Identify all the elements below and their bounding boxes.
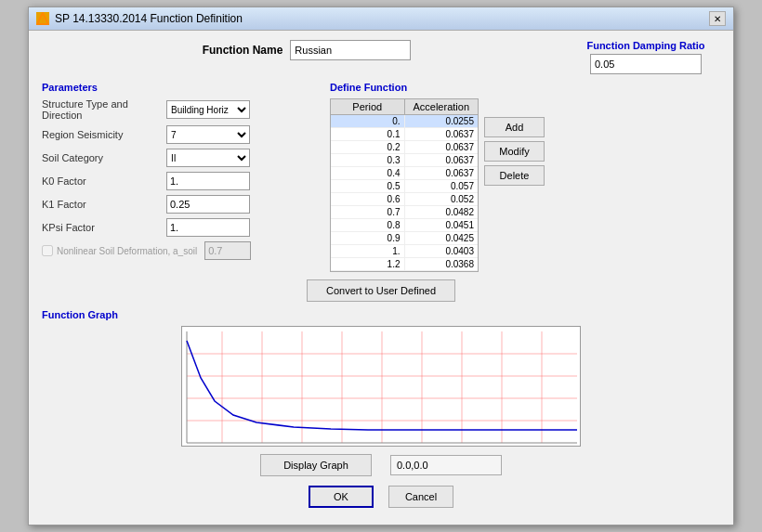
- accel-cell: 0.0637: [405, 141, 479, 153]
- period-cell: 0.9: [331, 232, 405, 244]
- accel-cell: 0.0451: [405, 219, 479, 231]
- damping-input[interactable]: [590, 54, 702, 74]
- accel-cell: 0.0637: [405, 128, 479, 140]
- period-cell: 1.2: [331, 258, 405, 270]
- soil-category-select[interactable]: II: [166, 149, 250, 167]
- period-cell: 0.1: [331, 128, 405, 140]
- table-row[interactable]: 0.50.057: [331, 180, 478, 193]
- modify-button[interactable]: Modify: [484, 141, 545, 162]
- svg-text:!: !: [42, 17, 44, 23]
- display-graph-button[interactable]: Display Graph: [260, 454, 372, 476]
- kpsi-factor-input[interactable]: [166, 218, 250, 237]
- k1-factor-input[interactable]: [166, 195, 250, 214]
- accel-cell: 0.0482: [405, 206, 479, 218]
- period-cell: 0.5: [331, 180, 405, 192]
- period-header: Period: [331, 99, 405, 114]
- table-row[interactable]: 0.90.0425: [331, 232, 478, 245]
- k0-factor-input[interactable]: [166, 172, 250, 190]
- table-row[interactable]: 0.0.0255: [331, 115, 478, 128]
- period-cell: 0.4: [331, 167, 405, 179]
- period-cell: 0.2: [331, 141, 405, 153]
- acceleration-header: Acceleration: [405, 99, 479, 114]
- graph-canvas: [181, 326, 581, 447]
- coordinate-display: 0.0,0.0: [390, 455, 502, 475]
- period-cell: 0.3: [331, 154, 405, 166]
- function-name-label: Function Name: [203, 44, 283, 57]
- app-icon: !: [36, 12, 49, 25]
- nonlinear-label: Nonlinear Soil Deformation, a_soil: [57, 246, 197, 256]
- kpsi-factor-label: KPsi Factor: [42, 222, 163, 233]
- nonlinear-checkbox[interactable]: [42, 245, 53, 256]
- k1-factor-row: K1 Factor: [42, 195, 321, 214]
- accel-cell: 0.0637: [405, 154, 479, 166]
- table-row[interactable]: 1.20.0368: [331, 258, 478, 271]
- accel-cell: 0.0425: [405, 232, 479, 244]
- period-cell: 1.: [331, 245, 405, 257]
- structure-type-label: Structure Type and Direction: [42, 98, 163, 121]
- accel-cell: 0.0255: [405, 115, 479, 127]
- convert-button[interactable]: Convert to User Defined: [307, 279, 455, 302]
- accel-cell: 0.0368: [405, 258, 479, 270]
- table-row[interactable]: 0.40.0637: [331, 167, 478, 180]
- table-row[interactable]: 0.70.0482: [331, 206, 478, 219]
- function-name-input[interactable]: [290, 40, 411, 60]
- period-cell: 1.5: [331, 271, 405, 272]
- params-title: Parameters: [42, 82, 321, 93]
- structure-type-row: Structure Type and Direction Building Ho…: [42, 98, 321, 121]
- add-button[interactable]: Add: [484, 117, 545, 137]
- table-row[interactable]: 1.50.0329: [331, 271, 478, 272]
- kpsi-factor-row: KPsi Factor: [42, 218, 321, 237]
- soil-category-row: Soil Category II: [42, 149, 321, 167]
- table-row[interactable]: 0.20.0637: [331, 141, 478, 154]
- table-row[interactable]: 0.80.0451: [331, 219, 478, 232]
- ok-button[interactable]: OK: [309, 486, 374, 508]
- accel-cell: 0.052: [405, 193, 479, 205]
- accel-cell: 0.057: [405, 180, 479, 192]
- period-cell: 0.6: [331, 193, 405, 205]
- soil-category-label: Soil Category: [42, 152, 163, 163]
- data-table[interactable]: 0.0.02550.10.06370.20.06370.30.06370.40.…: [330, 114, 479, 272]
- k0-factor-row: K0 Factor: [42, 172, 321, 190]
- table-row[interactable]: 0.60.052: [331, 193, 478, 206]
- structure-type-select[interactable]: Building Horiz: [166, 100, 250, 119]
- period-cell: 0.7: [331, 206, 405, 218]
- period-cell: 0.: [331, 115, 405, 127]
- region-seismicity-row: Region Seismicity 7: [42, 125, 321, 144]
- region-seismicity-select[interactable]: 7: [166, 125, 250, 144]
- cancel-button[interactable]: Cancel: [388, 486, 453, 508]
- accel-cell: 0.0637: [405, 167, 479, 179]
- table-header: Period Acceleration: [330, 98, 479, 114]
- graph-svg: [182, 327, 581, 447]
- table-row[interactable]: 0.30.0637: [331, 154, 478, 167]
- close-button[interactable]: ✕: [709, 11, 726, 26]
- define-function-title: Define Function: [330, 82, 720, 93]
- table-row[interactable]: 0.10.0637: [331, 128, 478, 141]
- nonlinear-row: Nonlinear Soil Deformation, a_soil: [42, 241, 321, 260]
- window-title: SP 14.13330.2014 Function Definition: [55, 12, 243, 25]
- period-cell: 0.8: [331, 219, 405, 231]
- accel-cell: 0.0403: [405, 245, 479, 257]
- title-bar: ! SP 14.13330.2014 Function Definition ✕: [29, 7, 733, 31]
- graph-title: Function Graph: [42, 309, 720, 320]
- main-window: ! SP 14.13330.2014 Function Definition ✕…: [28, 6, 734, 526]
- table-row[interactable]: 1.0.0403: [331, 245, 478, 258]
- nonlinear-input: [204, 241, 251, 260]
- accel-cell: 0.0329: [405, 271, 479, 272]
- region-seismicity-label: Region Seismicity: [42, 129, 163, 140]
- delete-button[interactable]: Delete: [484, 165, 545, 186]
- k1-factor-label: K1 Factor: [42, 199, 163, 210]
- k0-factor-label: K0 Factor: [42, 175, 163, 187]
- damping-label: Function Damping Ratio: [572, 40, 720, 51]
